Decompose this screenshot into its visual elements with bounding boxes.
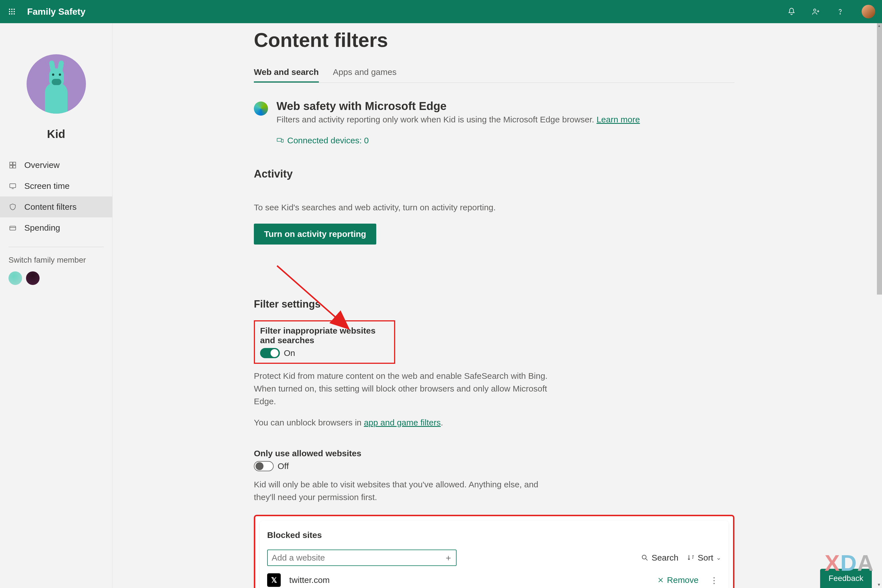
shield-icon [9, 203, 17, 211]
chevron-down-icon: ⌄ [716, 554, 721, 561]
overview-icon [9, 161, 17, 170]
more-options-icon[interactable]: ⋮ [707, 575, 721, 585]
sidebar-item-label: Overview [24, 160, 60, 170]
sidebar-item-screen-time[interactable]: Screen time [0, 176, 112, 196]
blocked-sort-button[interactable]: Sort ⌄ [687, 553, 721, 562]
svg-point-8 [14, 13, 15, 15]
svg-rect-18 [281, 140, 283, 142]
filter-inappropriate-desc: Protect Kid from mature content on the w… [254, 369, 559, 408]
allowed-only-desc: Kid will only be able to visit websites … [254, 478, 559, 504]
app-game-filters-link[interactable]: app and game filters [364, 418, 441, 427]
sort-label: Sort [698, 553, 713, 562]
filter-inappropriate-label: Filter inappropriate websites and search… [260, 326, 389, 345]
connected-devices-text: Connected devices: 0 [287, 136, 369, 145]
edge-section-desc: Filters and activity reporting only work… [276, 115, 640, 124]
search-label: Search [652, 553, 678, 562]
spending-icon [9, 224, 17, 232]
filter-inappropriate-desc2: You can unblock browsers in app and game… [254, 416, 559, 429]
svg-point-7 [11, 13, 13, 15]
switch-family-label: Switch family member [9, 255, 104, 265]
edge-logo-icon [254, 102, 268, 116]
notifications-icon[interactable] [786, 6, 797, 17]
screen-time-icon [9, 182, 17, 190]
sidebar-divider [9, 247, 104, 247]
svg-point-9 [814, 9, 816, 11]
feedback-button[interactable]: Feedback [820, 569, 872, 588]
content-area: ▲ Content filters Web and search Apps an… [112, 23, 882, 588]
scrollbar[interactable] [877, 23, 882, 295]
svg-point-2 [14, 9, 15, 10]
search-icon [641, 554, 649, 562]
filter-settings-heading: Filter settings [254, 298, 734, 310]
edge-desc-text: Filters and activity reporting only work… [276, 115, 597, 124]
svg-rect-17 [277, 138, 281, 141]
scroll-up-caret[interactable]: ▲ [878, 24, 881, 28]
turn-on-activity-button[interactable]: Turn on activity reporting [254, 224, 376, 244]
sidebar-item-content-filters[interactable]: Content filters [0, 196, 112, 218]
blocked-sites-panel: Blocked sites ＋ Search S [254, 515, 734, 588]
sidebar-item-overview[interactable]: Overview [0, 154, 112, 176]
help-icon[interactable] [834, 6, 846, 17]
app-title: Family Safety [27, 6, 86, 17]
svg-rect-15 [10, 184, 16, 188]
learn-more-link[interactable]: Learn more [597, 115, 640, 124]
svg-point-4 [11, 11, 13, 12]
profile-avatar [27, 54, 86, 114]
svg-point-10 [840, 14, 840, 14]
toggle-state-text: Off [278, 461, 289, 471]
account-avatar[interactable] [862, 5, 875, 18]
desc2-suffix: . [441, 418, 443, 427]
tab-apps-and-games[interactable]: Apps and games [333, 63, 397, 82]
sort-icon [687, 554, 695, 562]
svg-point-6 [9, 13, 10, 15]
sidebar-item-label: Spending [24, 223, 60, 232]
devices-icon [276, 137, 284, 144]
app-launcher-icon[interactable] [7, 6, 17, 16]
svg-point-3 [9, 11, 10, 12]
sidebar-item-label: Content filters [24, 202, 76, 212]
blocked-search-button[interactable]: Search [641, 553, 678, 562]
svg-point-19 [642, 555, 646, 559]
page-title: Content filters [254, 29, 734, 51]
add-site-icon[interactable]: ＋ [444, 552, 453, 564]
family-member-avatar-2[interactable] [26, 272, 40, 285]
toggle-state-text: On [284, 348, 295, 358]
sidebar-nav: Overview Screen time Content filters Spe… [0, 154, 112, 238]
site-favicon-twitter: 𝕏 [267, 573, 281, 587]
svg-rect-11 [10, 162, 12, 165]
svg-point-0 [9, 9, 10, 10]
tabs: Web and search Apps and games [254, 63, 734, 83]
sidebar: Kid Overview Screen time Content filters [0, 23, 112, 588]
scroll-down-caret[interactable]: ▼ [877, 582, 881, 587]
desc2-prefix: You can unblock browsers in [254, 418, 364, 427]
filter-inappropriate-card: Filter inappropriate websites and search… [254, 320, 395, 364]
remove-label: Remove [667, 575, 699, 585]
filter-inappropriate-toggle[interactable] [260, 348, 280, 358]
sidebar-item-spending[interactable]: Spending [0, 218, 112, 238]
family-member-avatar-1[interactable] [9, 272, 22, 285]
edge-section-title: Web safety with Microsoft Edge [276, 100, 640, 112]
close-icon [657, 577, 664, 584]
site-name: twitter.com [289, 575, 649, 585]
blocked-add-input[interactable] [267, 549, 456, 566]
svg-rect-12 [13, 162, 15, 165]
svg-rect-14 [13, 165, 15, 168]
profile-block: Kid [0, 54, 112, 154]
profile-name: Kid [47, 128, 65, 141]
blocked-sites-title: Blocked sites [267, 530, 721, 540]
allowed-only-toggle[interactable] [254, 461, 274, 471]
activity-heading: Activity [254, 168, 734, 180]
svg-point-5 [14, 11, 15, 12]
svg-point-1 [11, 9, 13, 10]
svg-rect-13 [10, 165, 12, 168]
tab-web-and-search[interactable]: Web and search [254, 63, 319, 82]
svg-rect-16 [10, 226, 16, 230]
allowed-only-label: Only use allowed websites [254, 448, 734, 458]
blocked-site-row: 𝕏 twitter.com Remove ⋮ [267, 566, 721, 588]
sidebar-item-label: Screen time [24, 181, 69, 191]
remove-site-button[interactable]: Remove [657, 575, 699, 585]
top-header: Family Safety [0, 0, 882, 23]
add-family-member-icon[interactable] [810, 6, 822, 17]
activity-desc: To see Kid's searches and web activity, … [254, 203, 734, 212]
connected-devices-link[interactable]: Connected devices: 0 [276, 136, 734, 145]
